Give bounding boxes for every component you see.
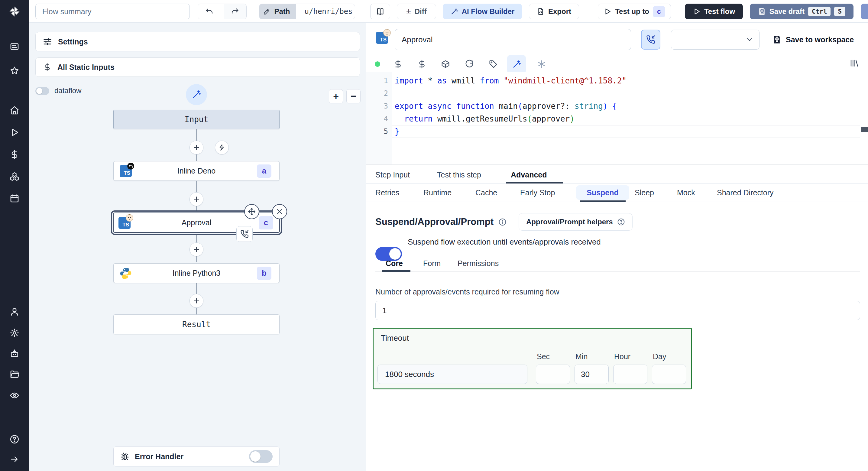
suspend-step-button[interactable]: [641, 30, 660, 50]
windmill-logo[interactable]: [0, 3, 29, 20]
step-title-input[interactable]: [395, 29, 631, 50]
subtab-core[interactable]: Core: [385, 259, 403, 268]
script-version-select[interactable]: [671, 30, 760, 50]
line-number: 3: [366, 100, 388, 113]
add-step-button[interactable]: [189, 141, 204, 154]
tab-retries[interactable]: Retries: [375, 188, 399, 197]
code-line: import * as wmill from "windmill-client@…: [395, 75, 626, 87]
add-step-button[interactable]: [189, 294, 204, 308]
dollar-icon: [10, 150, 19, 159]
node-result[interactable]: Result: [113, 315, 280, 334]
undo-button[interactable]: [198, 4, 220, 19]
tab-early-stop[interactable]: Early Stop: [520, 188, 555, 197]
save-to-workspace-button[interactable]: Save to workspace: [773, 30, 854, 50]
approval-prompt-helpers-button[interactable]: Approval/Prompt helpers: [519, 213, 632, 231]
tag-button[interactable]: [487, 57, 500, 71]
sidebar-item-folders[interactable]: [0, 366, 29, 383]
flow-summary-input[interactable]: [35, 4, 190, 19]
play-icon: [693, 7, 701, 16]
sidebar-item-settings[interactable]: [0, 324, 29, 341]
sidebar-item-workers[interactable]: [0, 345, 29, 362]
ai-flow-builder-button[interactable]: AI Flow Builder: [443, 4, 522, 19]
timeout-sec-input[interactable]: [536, 364, 570, 384]
path-button[interactable]: Path u/henri/bes: [259, 4, 355, 19]
flow-graph: Input TS Inline Deno a TS Approval c: [29, 23, 366, 471]
tab-shared-directory[interactable]: Shared Directory: [717, 188, 774, 197]
tab-advanced[interactable]: Advanced: [511, 171, 547, 179]
delete-node-button[interactable]: [272, 204, 287, 219]
sidebar-item-help[interactable]: [0, 431, 29, 448]
plus-icon: [192, 144, 200, 151]
code-editor[interactable]: 1 2 3 4 5 import * as wmill from "windmi…: [366, 72, 868, 165]
sidebar-item-app-window[interactable]: [0, 38, 29, 55]
tab-cache[interactable]: Cache: [475, 188, 497, 197]
editor-scrollbar-thumb[interactable]: [861, 127, 868, 132]
windmill-logo-icon: [8, 5, 21, 18]
info-icon[interactable]: [498, 218, 506, 226]
home-icon: [10, 106, 19, 115]
test-up-to-button[interactable]: Test up to c: [598, 4, 671, 19]
sidebar-item-home[interactable]: [0, 102, 29, 119]
tab-test-this-step[interactable]: Test this step: [437, 171, 481, 179]
subtab-form[interactable]: Form: [423, 259, 441, 268]
edge: [196, 129, 197, 141]
variables-picker-button[interactable]: [392, 57, 405, 71]
step-id-badge: c: [259, 216, 273, 230]
error-handler-toggle[interactable]: [249, 450, 273, 463]
sidebar-item-resources[interactable]: [0, 168, 29, 185]
add-step-button[interactable]: [189, 192, 204, 206]
save-draft-button[interactable]: Save draft Ctrl S: [750, 4, 854, 19]
deploy-button[interactable]: [861, 4, 868, 19]
sidebar-item-favorites[interactable]: [0, 62, 29, 79]
sidebar-expand-button[interactable]: [0, 451, 29, 468]
user-icon: [10, 307, 19, 317]
edge: [196, 307, 197, 315]
timeout-day-input[interactable]: [652, 364, 686, 384]
tab-sleep[interactable]: Sleep: [635, 188, 654, 197]
advanced-tabs: Retries Runtime Cache Early Stop Suspend…: [366, 183, 868, 202]
sidebar-item-users[interactable]: [0, 303, 29, 320]
tab-runtime[interactable]: Runtime: [424, 188, 452, 197]
save-icon: [773, 35, 781, 44]
ai-autocomplete-button[interactable]: [535, 57, 548, 71]
diff-button[interactable]: ± Diff: [397, 4, 436, 19]
plus-icon: [192, 297, 200, 305]
timeout-hour-input[interactable]: [613, 364, 647, 384]
tab-mock[interactable]: Mock: [677, 188, 695, 197]
subtab-permissions[interactable]: Permissions: [458, 259, 499, 268]
wand-icon: [512, 60, 521, 69]
timeout-seconds-input[interactable]: [377, 364, 527, 384]
tab-suspend[interactable]: Suspend: [587, 188, 619, 197]
add-trigger-button[interactable]: [215, 141, 229, 154]
step-tabs: Step Input Test this step Advanced: [366, 166, 868, 183]
sidebar-item-variables[interactable]: [0, 146, 29, 163]
test-flow-button[interactable]: Test flow: [685, 4, 743, 19]
edge: [196, 154, 197, 161]
code-line: return wmill.getResumeUrls(approver): [395, 113, 575, 125]
move-node-handle[interactable]: [244, 204, 259, 219]
add-step-button[interactable]: [189, 242, 204, 256]
chevron-down-icon: [745, 35, 754, 44]
approvals-count-input[interactable]: [375, 301, 860, 320]
export-button[interactable]: Export: [529, 4, 579, 19]
ai-assistant-button[interactable]: [507, 55, 526, 74]
node-inline-deno[interactable]: TS Inline Deno a: [113, 161, 280, 181]
node-inline-python3[interactable]: Inline Python3 b: [113, 263, 280, 283]
edge: [196, 206, 197, 210]
sidebar-item-schedules[interactable]: [0, 190, 29, 207]
suspend-indicator-badge[interactable]: [236, 226, 253, 242]
docs-button[interactable]: [370, 4, 390, 19]
node-input[interactable]: Input: [113, 110, 280, 129]
timeout-min-input[interactable]: [575, 364, 609, 384]
library-panel-button[interactable]: [847, 57, 861, 70]
sidebar-item-runs[interactable]: [0, 124, 29, 141]
redo-button[interactable]: [224, 4, 246, 19]
error-handler-row[interactable]: Error Handler: [113, 446, 280, 467]
reload-button[interactable]: [463, 57, 476, 71]
suspend-subtabs: Core Form Permissions: [375, 257, 860, 272]
sidebar-item-audit-logs[interactable]: [0, 387, 29, 404]
star-icon: [10, 66, 19, 76]
resources-picker-button[interactable]: [415, 57, 429, 71]
tab-step-input[interactable]: Step Input: [375, 171, 410, 179]
package-button[interactable]: [439, 57, 452, 71]
